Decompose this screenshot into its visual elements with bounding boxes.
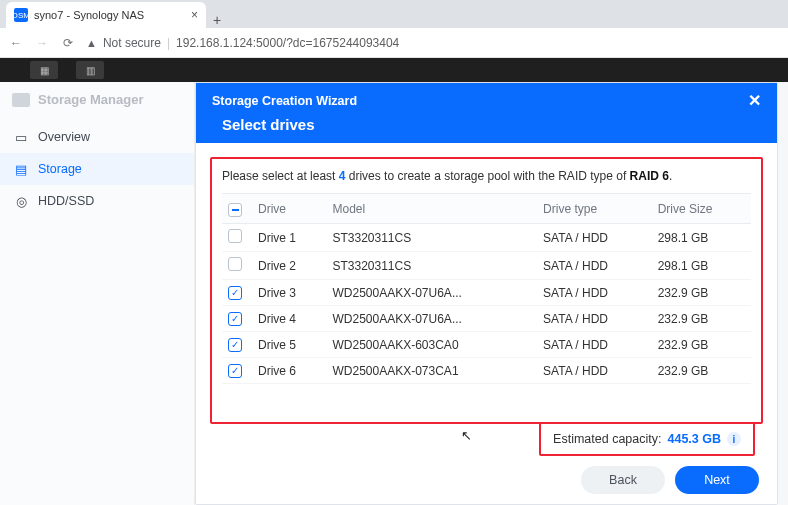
tab-title: syno7 - Synology NAS	[34, 9, 144, 21]
wizard-step-title: Select drives	[222, 116, 761, 133]
browser-tabbar: DSM syno7 - Synology NAS × +	[0, 0, 788, 28]
new-tab-button[interactable]: +	[206, 12, 228, 28]
storage-creation-wizard: Storage Creation Wizard ✕ Select drives …	[195, 82, 778, 505]
sidebar: Storage Manager ▭ Overview ▤ Storage ◎ H…	[0, 82, 195, 505]
capacity-value: 445.3 GB	[667, 432, 721, 446]
cell-type: SATA / HDD	[537, 252, 652, 280]
taskbar-app-icon[interactable]: ▦	[30, 61, 58, 79]
col-size[interactable]: Drive Size	[652, 194, 751, 224]
app-title: Storage Manager	[0, 82, 194, 121]
cell-size: 232.9 GB	[652, 358, 751, 384]
drive-checkbox[interactable]	[228, 286, 242, 300]
table-row[interactable]: Drive 4WD2500AAKX-07U6A...SATA / HDD232.…	[222, 306, 751, 332]
table-row[interactable]: Drive 5WD2500AAKX-603CA0SATA / HDD232.9 …	[222, 332, 751, 358]
col-type[interactable]: Drive type	[537, 194, 652, 224]
drive-checkbox[interactable]	[228, 312, 242, 326]
cell-model: WD2500AAKX-073CA1	[326, 358, 537, 384]
close-icon[interactable]: ✕	[748, 91, 761, 110]
drive-checkbox[interactable]	[228, 257, 242, 271]
capacity-label: Estimated capacity:	[553, 432, 661, 446]
tab-close-icon[interactable]: ×	[191, 8, 198, 22]
cell-size: 232.9 GB	[652, 332, 751, 358]
cursor-icon: ↖	[461, 428, 472, 443]
cell-drive: Drive 4	[252, 306, 326, 332]
select-all-checkbox[interactable]	[228, 203, 242, 217]
col-model[interactable]: Model	[326, 194, 537, 224]
sidebar-item-hdd[interactable]: ◎ HDD/SSD	[0, 185, 194, 217]
forward-icon[interactable]: →	[34, 36, 50, 50]
browser-tab[interactable]: DSM syno7 - Synology NAS ×	[6, 2, 206, 28]
taskbar-app-icon[interactable]: ▥	[76, 61, 104, 79]
cell-model: WD2500AAKX-07U6A...	[326, 280, 537, 306]
cell-size: 232.9 GB	[652, 306, 751, 332]
cell-model: ST3320311CS	[326, 252, 537, 280]
storage-manager-icon	[12, 93, 30, 107]
storage-icon: ▤	[14, 162, 28, 176]
col-drive[interactable]: Drive	[252, 194, 326, 224]
wizard-header-label: Storage Creation Wizard	[212, 94, 357, 108]
info-icon[interactable]: i	[727, 432, 741, 446]
cell-drive: Drive 6	[252, 358, 326, 384]
cell-type: SATA / HDD	[537, 332, 652, 358]
cell-drive: Drive 3	[252, 280, 326, 306]
cell-drive: Drive 1	[252, 224, 326, 252]
sidebar-item-storage[interactable]: ▤ Storage	[0, 153, 194, 185]
sidebar-item-label: Storage	[38, 162, 82, 176]
reload-icon[interactable]: ⟳	[60, 36, 76, 50]
sidebar-item-label: HDD/SSD	[38, 194, 94, 208]
cell-type: SATA / HDD	[537, 224, 652, 252]
next-button[interactable]: Next	[675, 466, 759, 494]
insecure-icon: ▲	[86, 37, 97, 49]
table-row[interactable]: Drive 2ST3320311CSSATA / HDD298.1 GB	[222, 252, 751, 280]
wizard-buttons: Back Next	[581, 466, 759, 494]
drive-table: Drive Model Drive type Drive Size Drive …	[222, 193, 751, 384]
cell-size: 298.1 GB	[652, 224, 751, 252]
security-label: Not secure	[103, 36, 161, 50]
overview-icon: ▭	[14, 130, 28, 144]
drive-checkbox[interactable]	[228, 364, 242, 378]
sidebar-item-overview[interactable]: ▭ Overview	[0, 121, 194, 153]
cell-type: SATA / HDD	[537, 306, 652, 332]
wizard-header: Storage Creation Wizard ✕ Select drives	[196, 83, 777, 143]
drive-checkbox[interactable]	[228, 338, 242, 352]
cell-model: WD2500AAKX-07U6A...	[326, 306, 537, 332]
app-title-text: Storage Manager	[38, 92, 143, 107]
dsm-taskbar: ▦ ▥	[0, 58, 788, 82]
table-header-row: Drive Model Drive type Drive Size	[222, 194, 751, 224]
app-root: ▦ ▥ Storage Manager ▭ Overview ▤ Storage…	[0, 58, 788, 505]
back-button[interactable]: Back	[581, 466, 665, 494]
separator: |	[167, 36, 170, 50]
cell-size: 298.1 GB	[652, 252, 751, 280]
table-row[interactable]: Drive 3WD2500AAKX-07U6A...SATA / HDD232.…	[222, 280, 751, 306]
cell-drive: Drive 2	[252, 252, 326, 280]
back-icon[interactable]: ←	[8, 36, 24, 50]
address-bar[interactable]: ▲ Not secure | 192.168.1.124:5000/?dc=16…	[86, 36, 399, 50]
estimated-capacity: Estimated capacity: 445.3 GB i	[539, 422, 755, 456]
hdd-icon: ◎	[14, 194, 28, 208]
cell-type: SATA / HDD	[537, 358, 652, 384]
browser-toolbar: ← → ⟳ ▲ Not secure | 192.168.1.124:5000/…	[0, 28, 788, 58]
wizard-body: Please select at least 4 drives to creat…	[196, 143, 777, 430]
instruction-text: Please select at least 4 drives to creat…	[222, 169, 751, 183]
table-row[interactable]: Drive 6WD2500AAKX-073CA1SATA / HDD232.9 …	[222, 358, 751, 384]
favicon-icon: DSM	[14, 8, 28, 22]
cell-model: WD2500AAKX-603CA0	[326, 332, 537, 358]
url-text: 192.168.1.124:5000/?dc=1675244093404	[176, 36, 399, 50]
cell-type: SATA / HDD	[537, 280, 652, 306]
drive-checkbox[interactable]	[228, 229, 242, 243]
highlight-frame: Please select at least 4 drives to creat…	[210, 157, 763, 424]
cell-size: 232.9 GB	[652, 280, 751, 306]
table-row[interactable]: Drive 1ST3320311CSSATA / HDD298.1 GB	[222, 224, 751, 252]
cell-drive: Drive 5	[252, 332, 326, 358]
sidebar-item-label: Overview	[38, 130, 90, 144]
cell-model: ST3320311CS	[326, 224, 537, 252]
